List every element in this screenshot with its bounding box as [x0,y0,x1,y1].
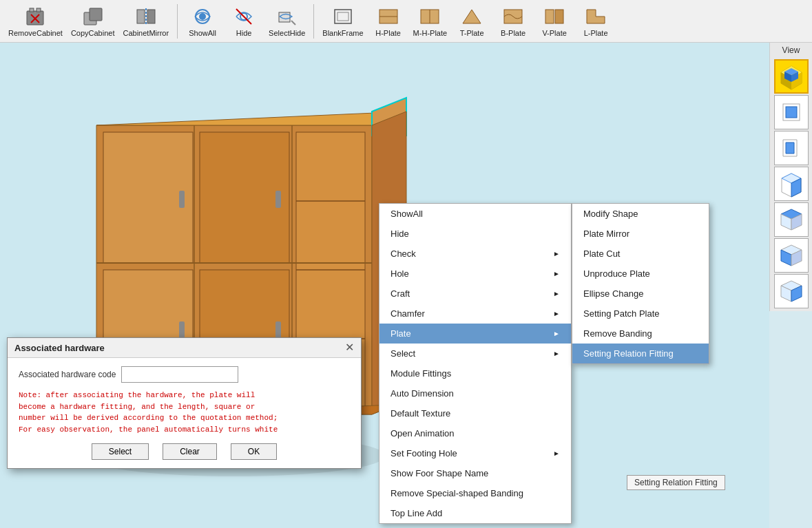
menu-item-hole[interactable]: Hole ► [379,264,571,284]
set-footing-hole-arrow-icon: ► [553,450,560,457]
toolbar-item-hide[interactable]: Hide [225,4,263,39]
dialog-ok-button[interactable]: OK [231,443,277,460]
craft-arrow-icon: ► [553,290,560,297]
dialog-body: Associated hardware code Note: after ass… [8,358,361,468]
toolbar-item-h-plate[interactable]: H-Plate [369,4,408,39]
toolbar-label-b-plate: B-Plate [501,29,525,37]
cabinet-mirror-icon [135,6,157,28]
check-arrow-icon: ► [553,250,560,257]
menu-item-show-all[interactable]: ShowAll [379,204,571,224]
svg-marker-22 [463,10,481,23]
svg-rect-59 [275,321,281,339]
toolbar-label-m-h-plate: M-H-Plate [413,29,448,37]
toolbar: RemoveCabinet CopyCabinet CabinetMirror [0,0,812,43]
submenu-item-modify-shape[interactable]: Modify Shape [572,204,709,224]
view-button-iso-active[interactable] [774,59,809,94]
menu-item-plate[interactable]: Plate ► [379,324,571,344]
svg-rect-1 [30,8,34,12]
menu-item-set-footing-hole[interactable]: Set Footing Hole ► [379,443,571,463]
svg-rect-8 [147,10,155,23]
toolbar-label-remove-cabinet: RemoveCabinet [8,29,63,37]
select-hide-icon [276,6,298,28]
view-button-bottom[interactable] [774,238,809,273]
svg-rect-54 [179,191,185,208]
view-button-front[interactable] [774,95,809,129]
submenu-item-ellipse-change[interactable]: Ellipse Change [572,284,709,304]
submenu-item-setting-relation-fitting[interactable]: Setting Relation Fitting [572,344,709,363]
menu-item-module-fittings[interactable]: Module Fittings [379,363,571,383]
view-button-side-left[interactable] [774,131,809,165]
toolbar-label-hide: Hide [236,29,252,37]
submenu-item-unproduce-plate[interactable]: Unproduce Plate [572,264,709,284]
submenu-item-plate-cut[interactable]: Plate Cut [572,244,709,264]
menu-item-select[interactable]: Select ► [379,344,571,363]
hide-icon [233,6,255,28]
toolbar-label-show-all: ShowAll [189,29,216,37]
menu-item-default-texture[interactable]: Default Texture [379,403,571,423]
toolbar-item-v-plate[interactable]: V-Plate [535,4,574,39]
h-plate-icon [377,6,399,28]
svg-marker-37 [786,142,794,154]
associated-hardware-dialog: Associated hardware ✕ Associated hardwar… [7,337,362,469]
toolbar-item-l-plate[interactable]: L-Plate [576,4,615,39]
toolbar-item-cabinet-mirror[interactable]: CabinetMirror [120,4,171,39]
dialog-note-line1: Note: after associating the hardware, th… [19,391,255,399]
view-button-side-right[interactable] [774,167,809,201]
context-menu: ShowAll Hide Check ► Hole ► Craft ► Cham… [379,203,572,524]
dialog-titlebar: Associated hardware ✕ [8,338,361,358]
t-plate-icon [461,6,483,28]
toolbar-label-cabinet-mirror: CabinetMirror [123,29,169,37]
submenu-item-setting-patch-plate[interactable]: Setting Patch Plate [572,304,709,324]
dialog-note-line4: For easy observation, the panel automati… [19,425,278,434]
dialog-close-button[interactable]: ✕ [345,342,354,353]
svg-rect-24 [545,10,554,23]
view-button-top[interactable] [774,202,809,237]
toolbar-item-b-plate[interactable]: B-Plate [494,4,532,39]
dialog-code-input[interactable] [121,366,238,383]
dialog-title: Associated hardware [14,343,105,353]
toolbar-label-select-hide: SelectHide [269,29,305,37]
m-h-plate-icon [419,6,441,28]
toolbar-item-show-all[interactable]: ShowAll [183,4,222,39]
remove-cabinet-icon [24,6,46,28]
menu-item-auto-dimension[interactable]: Auto Dimension [379,383,571,403]
svg-rect-55 [179,321,185,339]
svg-rect-2 [37,8,41,12]
toolbar-label-l-plate: L-Plate [584,29,608,37]
toolbar-label-h-plate: H-Plate [375,29,401,37]
dialog-clear-button[interactable]: Clear [163,443,217,460]
submenu-item-remove-banding[interactable]: Remove Banding [572,324,709,344]
svg-line-15 [291,21,295,25]
dialog-note-line3: number will be derived according to the … [19,414,278,422]
toolbar-label-blank-frame: BlankFrame [322,29,363,37]
menu-item-chamfer[interactable]: Chamfer ► [379,304,571,324]
toolbar-item-remove-cabinet[interactable]: RemoveCabinet [6,4,65,39]
show-all-icon [191,6,214,28]
copy-cabinet-icon [82,6,104,28]
toolbar-item-blank-frame[interactable]: BlankFrame [320,4,366,39]
svg-rect-7 [137,10,145,23]
toolbar-item-m-h-plate[interactable]: M-H-Plate [410,4,450,39]
toolbar-label-copy-cabinet: CopyCabinet [71,29,115,37]
menu-item-remove-special-banding[interactable]: Remove Special-shaped Banding [379,483,571,503]
dialog-code-row: Associated hardware code [19,366,350,383]
menu-item-show-foor-shape-name[interactable]: Show Foor Shape Name [379,463,571,483]
menu-item-top-line-add[interactable]: Top Line Add [379,503,571,523]
dialog-select-button[interactable]: Select [92,443,149,460]
menu-item-open-animation[interactable]: Open Animation [379,423,571,443]
toolbar-separator-1 [177,4,178,39]
submenu-item-plate-mirror[interactable]: Plate Mirror [572,224,709,244]
svg-rect-6 [90,8,102,21]
svg-point-11 [199,13,206,20]
dialog-buttons-row: Select Clear OK [19,443,350,460]
menu-item-craft[interactable]: Craft ► [379,284,571,304]
toolbar-item-t-plate[interactable]: T-Plate [452,4,491,39]
toolbar-item-select-hide[interactable]: SelectHide [266,4,308,39]
toolbar-item-copy-cabinet[interactable]: CopyCabinet [68,4,118,39]
toolbar-label-v-plate: V-Plate [542,29,566,37]
view-button-custom[interactable] [774,274,809,308]
svg-rect-25 [555,10,563,23]
menu-item-check[interactable]: Check ► [379,244,571,264]
submenu-plate: Modify Shape Plate Mirror Plate Cut Unpr… [572,203,709,364]
menu-item-hide[interactable]: Hide [379,224,571,244]
